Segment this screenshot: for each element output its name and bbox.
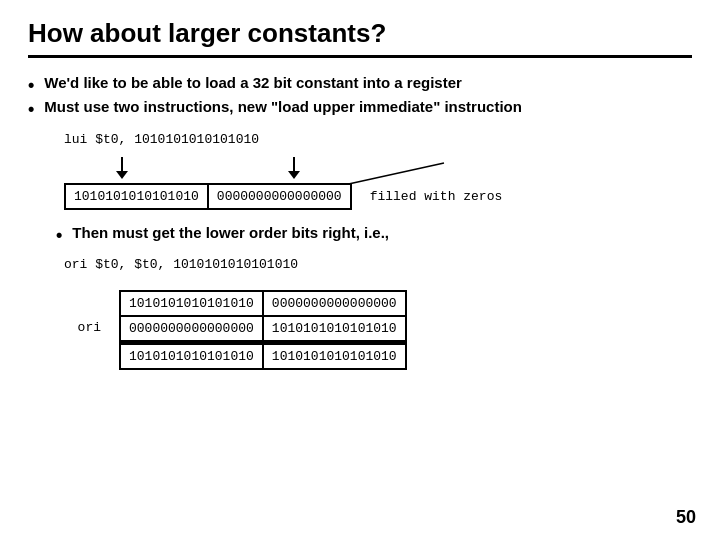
page-number: 50 bbox=[676, 507, 696, 528]
bullet-dot-3: • bbox=[56, 226, 62, 244]
bullet-item-2: • Must use two instructions, new "load u… bbox=[28, 98, 692, 118]
ori-instruction-line: ori $t0, $t0, 1010101010101010 bbox=[64, 254, 692, 280]
ori-label-container: ori bbox=[64, 290, 119, 335]
ori-r1-c2: 0000000000000000 bbox=[264, 290, 407, 317]
ori-label-text: ori bbox=[78, 320, 101, 335]
ori-result-c2: 1010101010101010 bbox=[264, 345, 407, 370]
lui-arrow-diagram: 1010101010101010 0000000000000000 filled… bbox=[64, 157, 692, 210]
title-divider bbox=[28, 55, 692, 58]
filled-with-zeros-label: filled with zeros bbox=[370, 189, 503, 204]
lui-instruction-text: lui $t0, 1010101010101010 bbox=[64, 132, 259, 147]
ori-r1-c1: 1010101010101010 bbox=[119, 290, 264, 317]
bullet-text-3: Then must get the lower order bits right… bbox=[72, 224, 389, 241]
lui-instruction-line: lui $t0, 1010101010101010 bbox=[64, 132, 692, 155]
ori-r2-c1: 0000000000000000 bbox=[119, 317, 264, 342]
lui-boxes-row: 1010101010101010 0000000000000000 filled… bbox=[64, 183, 692, 210]
ori-instruction-text: ori $t0, $t0, 1010101010101010 bbox=[64, 257, 298, 272]
ori-table-row1: 1010101010101010 0000000000000000 bbox=[119, 290, 407, 317]
page-title: How about larger constants? bbox=[28, 18, 692, 49]
bullet-text-1: We'd like to be able to load a 32 bit co… bbox=[44, 74, 462, 91]
bullet-list: • We'd like to be able to load a 32 bit … bbox=[28, 74, 692, 118]
ori-section: ori $t0, $t0, 1010101010101010 ori 10101… bbox=[64, 254, 692, 370]
bullet-item-1: • We'd like to be able to load a 32 bit … bbox=[28, 74, 692, 94]
bullet-dot-1: • bbox=[28, 76, 34, 94]
svg-line-4 bbox=[344, 163, 444, 185]
svg-marker-3 bbox=[288, 171, 300, 179]
lui-lower-bits: 0000000000000000 bbox=[209, 183, 352, 210]
bullet-item-3: • Then must get the lower order bits rig… bbox=[56, 224, 692, 244]
ori-table: 1010101010101010 0000000000000000 000000… bbox=[119, 290, 407, 370]
ori-table-container: ori 1010101010101010 0000000000000000 00… bbox=[64, 290, 692, 370]
ori-r2-c2: 1010101010101010 bbox=[264, 317, 407, 342]
svg-marker-1 bbox=[116, 171, 128, 179]
ori-result-c1: 1010101010101010 bbox=[119, 345, 264, 370]
ori-table-row2: 0000000000000000 1010101010101010 bbox=[119, 317, 407, 342]
bullet-dot-2: • bbox=[28, 100, 34, 118]
ori-result-row: 1010101010101010 1010101010101010 bbox=[119, 342, 407, 370]
lui-section: lui $t0, 1010101010101010 10101010101010… bbox=[64, 132, 692, 210]
lui-upper-bits: 1010101010101010 bbox=[64, 183, 209, 210]
bullet-text-2: Must use two instructions, new "load upp… bbox=[44, 98, 522, 115]
